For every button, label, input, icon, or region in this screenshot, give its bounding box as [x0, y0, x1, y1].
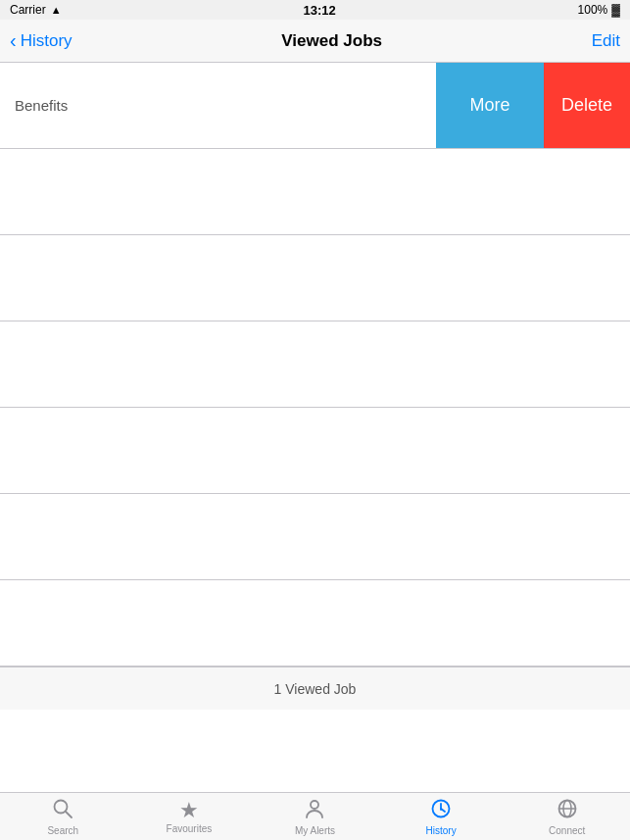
tab-favourites-label: Favourites [167, 823, 213, 834]
list-row[interactable] [0, 321, 630, 408]
list-row[interactable] [0, 580, 630, 667]
tab-search[interactable]: Search [0, 793, 126, 840]
status-time: 13:12 [303, 3, 335, 18]
list-row[interactable] [0, 408, 630, 494]
edit-button[interactable]: Edit [592, 31, 620, 51]
status-bar: Carrier ▲ 13:12 100% ▓ [0, 0, 630, 20]
row-text: Benefits [15, 97, 68, 114]
svg-point-2 [311, 801, 318, 809]
tab-history[interactable]: History [378, 793, 505, 840]
carrier-label: Carrier [10, 3, 46, 17]
list-row[interactable]: Benefits More Delete [0, 63, 630, 149]
svg-line-5 [441, 809, 445, 812]
back-label: History [21, 31, 73, 51]
chevron-left-icon: ‹ [10, 30, 17, 50]
tab-myalerts-label: My Alerts [295, 825, 335, 836]
battery-label: 100% [578, 3, 608, 17]
status-left: Carrier ▲ [10, 3, 62, 17]
delete-button[interactable]: Delete [544, 63, 630, 148]
swipe-actions: More Delete [436, 63, 630, 148]
summary-bar: 1 Viewed Job [0, 667, 630, 710]
battery-icon: ▓ [611, 3, 620, 17]
status-right: 100% ▓ [578, 3, 620, 17]
tab-myalerts[interactable]: My Alerts [252, 793, 378, 840]
tab-bar: Search ★ Favourites My Alerts History [0, 792, 630, 840]
wifi-icon: ▲ [51, 4, 62, 16]
tab-search-label: Search [47, 825, 78, 836]
content-area: Benefits More Delete 1 Viewed Job [0, 63, 630, 792]
globe-icon [557, 798, 578, 823]
page-title: Viewed Jobs [281, 31, 382, 51]
person-icon [304, 798, 325, 823]
tab-connect-label: Connect [549, 825, 585, 836]
more-button[interactable]: More [436, 63, 544, 148]
nav-bar: ‹ History Viewed Jobs Edit [0, 20, 630, 63]
back-button[interactable]: ‹ History [10, 31, 73, 51]
list-row[interactable] [0, 494, 630, 580]
list-row[interactable] [0, 235, 630, 321]
svg-line-1 [66, 812, 72, 817]
tab-connect[interactable]: Connect [504, 793, 630, 840]
clock-icon [430, 798, 452, 823]
list-row[interactable] [0, 149, 630, 235]
star-icon: ★ [179, 800, 199, 821]
summary-text: 1 Viewed Job [274, 681, 357, 697]
search-icon [52, 798, 73, 823]
tab-history-label: History [426, 825, 457, 836]
tab-favourites[interactable]: ★ Favourites [126, 793, 253, 840]
